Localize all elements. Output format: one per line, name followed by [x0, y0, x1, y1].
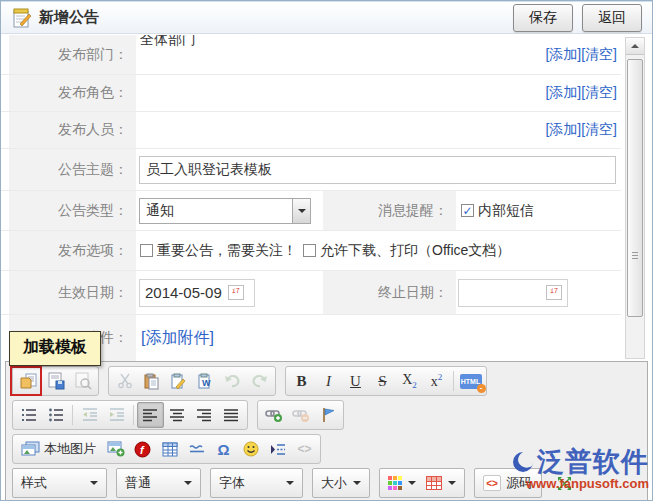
anchor-button[interactable] [314, 402, 341, 428]
dept-field[interactable]: 全体部门 [添加][清空] [136, 35, 621, 74]
paste-as-text-button[interactable] [165, 368, 192, 394]
important-checkbox[interactable] [140, 244, 153, 257]
paste-icon [143, 373, 160, 390]
role-clear-link[interactable]: [清空] [581, 84, 617, 100]
chevron-down-icon[interactable] [448, 481, 456, 489]
horizontal-rule-button[interactable] [183, 436, 210, 462]
special-char-button[interactable]: Ω [210, 436, 237, 462]
paste-word-icon: W [197, 373, 214, 390]
align-center-button[interactable] [164, 402, 191, 428]
format-dropdown[interactable]: 普通 [116, 468, 201, 498]
paste-button[interactable] [138, 368, 165, 394]
size-dropdown[interactable]: 大小 [312, 468, 370, 498]
calendar-icon[interactable]: 17 [228, 285, 244, 300]
strikethrough-button[interactable]: S [369, 368, 396, 394]
subject-input[interactable] [139, 156, 616, 184]
add-attachment-link[interactable]: [添加附件] [141, 328, 214, 349]
text-color-icon[interactable] [388, 476, 402, 490]
subscript-button[interactable]: X2 [396, 368, 423, 394]
type-select[interactable]: 通知 [139, 198, 311, 224]
align-justify-button[interactable] [218, 402, 245, 428]
preview-icon [74, 372, 92, 390]
role-add-link[interactable]: [添加] [545, 84, 581, 100]
insert-button-group: 本地图片 f [12, 434, 321, 464]
dept-label: 发布部门： [9, 35, 136, 74]
chevron-down-icon [353, 481, 361, 489]
style-dropdown[interactable]: 样式 [12, 468, 107, 498]
code-snippet-button[interactable]: <> [291, 436, 318, 462]
chevron-down-icon[interactable] [292, 199, 310, 223]
person-add-link[interactable]: [添加] [545, 121, 581, 137]
underline-button[interactable]: U [342, 368, 369, 394]
color-table-group [379, 468, 465, 498]
redo-icon [251, 373, 268, 389]
insert-link-button[interactable] [260, 402, 287, 428]
scroll-up-arrow-icon[interactable] [626, 38, 644, 55]
outdent-icon [82, 407, 98, 423]
chevron-down-icon[interactable] [408, 481, 416, 489]
preview-button[interactable] [69, 368, 96, 394]
local-image-label: 本地图片 [44, 440, 96, 458]
cut-button[interactable] [111, 368, 138, 394]
ordered-list-button[interactable] [15, 402, 42, 428]
source-button[interactable]: <> 源码 [474, 468, 542, 498]
code-icon: <> [297, 442, 311, 456]
subscript-icon: X2 [402, 372, 417, 390]
page-title: 新增公告 [39, 8, 99, 27]
emoticon-button[interactable] [237, 436, 264, 462]
save-button[interactable]: 保存 [513, 4, 573, 32]
remove-format-button[interactable]: HTML- [457, 368, 484, 394]
announcement-form: 发布部门： 全体部门 [添加][清空] 发布角色： [添加][清空] 发布人员：… [1, 35, 652, 361]
dept-row: 发布部门： 全体部门 [添加][清空] [1, 35, 621, 75]
indent-button[interactable] [103, 402, 130, 428]
role-label: 发布角色： [9, 75, 136, 111]
redo-button[interactable] [246, 368, 273, 394]
undo-button[interactable] [219, 368, 246, 394]
dept-add-link[interactable]: [添加] [545, 46, 581, 62]
type-row: 公告类型： 通知 消息提醒： 内部短信 [1, 191, 621, 231]
italic-button[interactable]: I [315, 368, 342, 394]
maximize-button[interactable] [551, 470, 578, 496]
chevron-down-icon [90, 481, 98, 489]
align-left-button[interactable] [137, 402, 164, 428]
internal-sms-label: 内部短信 [478, 202, 534, 220]
horizontal-rule-icon [189, 444, 205, 454]
end-date-input[interactable]: 17 [458, 279, 568, 307]
scrollbar-thumb[interactable] [627, 59, 643, 317]
maximize-arrows-icon [557, 476, 572, 491]
align-right-button[interactable] [191, 402, 218, 428]
calendar-icon[interactable]: 17 [546, 285, 562, 300]
dates-row: 生效日期： 2014-05-09 17 终止日期： 17 [1, 271, 621, 315]
insert-image-button[interactable] [102, 436, 129, 462]
outdent-button[interactable] [76, 402, 103, 428]
paste-from-word-button[interactable]: W [192, 368, 219, 394]
role-field[interactable]: [添加][清空] [136, 75, 621, 111]
insert-flash-button[interactable]: f [129, 436, 156, 462]
format-button-group: B I U S X2 x2 HTML- [285, 366, 487, 396]
bold-button[interactable]: B [288, 368, 315, 394]
type-selected-value: 通知 [140, 202, 292, 220]
person-label: 发布人员： [9, 112, 136, 148]
load-template-tooltip: 加载模板 [9, 331, 101, 366]
role-row: 发布角色： [添加][清空] [1, 75, 621, 112]
person-field[interactable]: [添加][清空] [136, 112, 621, 148]
new-announcement-window: 新增公告 保存 返回 发布部门： 全体部门 [添加][清空] 发布角色： [添加… [0, 0, 653, 501]
remove-link-button[interactable] [287, 402, 314, 428]
unordered-list-button[interactable] [42, 402, 69, 428]
internal-sms-checkbox[interactable] [461, 204, 474, 217]
save-document-button[interactable] [42, 368, 69, 394]
back-button[interactable]: 返回 [582, 4, 642, 32]
table-grid-icon[interactable] [426, 476, 442, 490]
page-break-button[interactable] [264, 436, 291, 462]
font-dropdown[interactable]: 字体 [210, 468, 303, 498]
local-image-button[interactable]: 本地图片 [15, 436, 102, 462]
form-scrollbar[interactable] [625, 37, 645, 359]
insert-table-button[interactable] [156, 436, 183, 462]
allow-download-checkbox[interactable] [303, 244, 316, 257]
person-clear-link[interactable]: [清空] [581, 121, 617, 137]
superscript-icon: x2 [431, 372, 443, 390]
superscript-button[interactable]: x2 [423, 368, 450, 394]
dept-clear-link[interactable]: [清空] [581, 46, 617, 62]
type-label: 公告类型： [9, 191, 136, 230]
start-date-input[interactable]: 2014-05-09 17 [139, 279, 255, 307]
